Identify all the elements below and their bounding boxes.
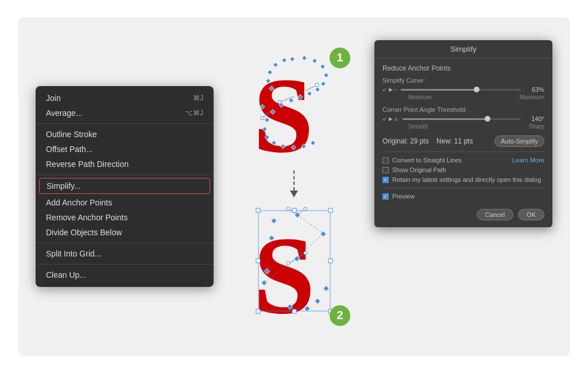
curve-icon-3: ⌐ [394,87,397,92]
menu-item-outline-stroke[interactable]: Outline Stroke [36,127,214,142]
svg-rect-4 [320,64,325,68]
simplify-curve-thumb[interactable] [474,87,479,92]
retain-settings-checkbox[interactable] [382,177,389,183]
menu-label-join: Join [46,94,61,103]
menu-item-reverse-path[interactable]: Reverse Path Direction [36,157,214,172]
badge-1: 1 [330,48,350,68]
simplify-curve-value: 63% [524,86,544,93]
arrow-down [290,170,298,197]
menu-label-offset-path: Offset Path... [46,145,92,154]
corner-point-track[interactable] [403,118,521,120]
learn-more-link[interactable]: Learn More [512,157,544,164]
svg-rect-50 [328,208,332,212]
menu-item-split-grid[interactable]: Split Into Grid... [36,246,214,261]
s-top-container: S [248,50,340,162]
corner-point-thumb[interactable] [485,116,490,122]
svg-rect-49 [256,208,260,212]
auto-simplify-button[interactable]: Auto-Simplify [494,135,544,147]
menu-shortcut-join: ⌘J [193,94,203,102]
arrow-head [290,191,298,197]
simplify-curve-min: Minimum [408,94,432,100]
svg-rect-7 [315,87,320,91]
curve-icon-1: ↙ [382,87,387,92]
menu-label-average: Average... [46,108,83,118]
svg-point-31 [278,100,281,104]
simplify-curve-labels: Minimum Maximum [408,94,544,100]
dialog-divider-2 [382,188,544,188]
preview-checkbox[interactable] [382,193,389,200]
original-pts: Original: 29 pts New: 11 pts [382,137,473,145]
menu-shortcut-average: ⌥⌘J [185,109,203,117]
menu-label-add-anchor: Add Anchor Points [46,198,112,207]
menu-item-add-anchor[interactable]: Add Anchor Points [36,195,214,210]
svg-text:S: S [254,215,315,321]
convert-straight-lines-label: Convert to Straight Lines [392,157,462,164]
svg-point-64 [287,262,290,265]
svg-rect-39 [315,298,320,304]
corner-point-label: Corner Point Angle Threshold: [382,106,544,113]
menu-label-split-grid: Split Into Grid... [46,249,101,258]
simplify-curve-icons: ↙ ▶ ⌐ [382,87,397,92]
corner-icon-2: ▶ [389,116,393,122]
middle-section: S [219,29,369,344]
s-bottom-wrapper: S [248,206,340,323]
svg-rect-51 [256,309,260,313]
corner-point-slider-row: ↙ ▶ ⊾ 140° [382,115,544,122]
convert-straight-lines-checkbox[interactable] [382,157,389,164]
preview-label: Preview [392,193,415,200]
svg-point-62 [304,207,307,211]
show-original-path-label: Show Original Path [392,166,446,173]
dialog-footer: Cancel OK [374,204,552,220]
menu-divider-1 [36,123,214,124]
dialog-title: Simplify [374,40,552,59]
menu-divider-4 [36,264,214,265]
svg-point-32 [261,116,264,120]
menu-label-divide-objects: Divide Objects Below [46,228,122,237]
dialog-divider [382,151,544,152]
simplify-curve-track[interactable] [401,89,521,91]
retain-settings-label: Retain my latest settings and directly o… [392,176,541,183]
context-menu: Join ⌘J Average... ⌥⌘J Outline Stroke Of… [36,86,214,287]
menu-item-simplify[interactable]: Simplify... [39,178,210,194]
cancel-button[interactable]: Cancel [477,209,513,220]
menu-label-remove-anchor: Remove Anchor Points [46,213,127,222]
menu-divider-2 [36,174,214,175]
corner-point-value: 140° [524,115,544,122]
dialog-body: Reduce Anchor Points Simplify Curve: ↙ ▶… [374,64,552,188]
corner-point-icons: ↙ ▶ ⊾ [382,116,399,122]
menu-item-offset-path[interactable]: Offset Path... [36,142,214,157]
svg-point-30 [315,83,319,87]
menu-item-average[interactable]: Average... ⌥⌘J [36,106,214,121]
svg-rect-40 [323,285,329,291]
menu-item-remove-anchor[interactable]: Remove Anchor Points [36,210,214,225]
simplify-curve-label: Simplify Curve: [382,77,544,84]
svg-rect-54 [292,309,296,313]
menu-item-divide-objects[interactable]: Divide Objects Below [36,225,214,240]
menu-label-reverse-path: Reverse Path Direction [46,160,129,169]
preview-row: Preview [374,193,552,200]
ok-button[interactable]: OK [518,209,544,220]
retain-settings-row: Retain my latest settings and directly o… [382,176,544,183]
svg-rect-3 [312,58,317,63]
badge-2: 2 [330,305,350,326]
simplify-curve-max: Maximum [520,94,544,100]
arrow-dashed-line [293,170,295,191]
simplify-curve-slider-row: ↙ ▶ ⌐ 63% [382,86,544,93]
s-top-svg: S [248,50,340,160]
corner-point-labels: Smooth Sharp [408,123,544,130]
screenshot-container: Join ⌘J Average... ⌥⌘J Outline Stroke Of… [18,17,570,356]
show-original-path-row: Show Original Path [382,166,544,173]
svg-point-63 [304,251,307,255]
menu-item-clean-up[interactable]: Clean Up... [36,267,214,282]
svg-rect-56 [328,259,332,263]
corner-point-fill [403,118,488,120]
s-top-wrapper: S [248,50,340,162]
svg-rect-55 [256,259,260,263]
show-original-path-checkbox[interactable] [382,167,389,173]
s-bottom-svg: S [248,206,340,321]
dialog-section-title: Reduce Anchor Points [382,64,544,72]
simplify-curve-fill [401,89,477,91]
menu-label-outline-stroke: Outline Stroke [46,130,97,139]
menu-item-join[interactable]: Join ⌘J [36,91,214,106]
menu-divider-3 [36,243,214,243]
